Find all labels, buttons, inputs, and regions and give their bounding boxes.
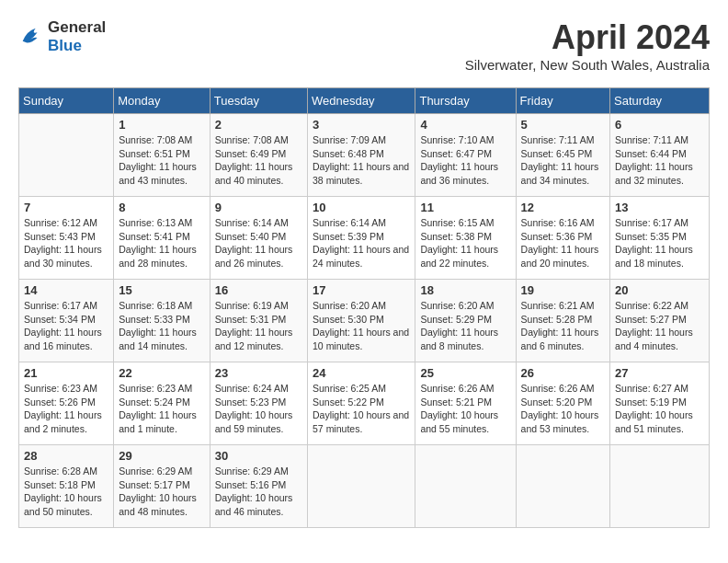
calendar-table: SundayMondayTuesdayWednesdayThursdayFrid… <box>18 87 710 528</box>
day-info: Sunrise: 7:11 AMSunset: 6:44 PMDaylight:… <box>615 133 704 188</box>
calendar-week-3: 14Sunrise: 6:17 AMSunset: 5:34 PMDayligh… <box>19 280 710 362</box>
day-info: Sunrise: 6:26 AMSunset: 5:20 PMDaylight:… <box>521 382 606 436</box>
day-number: 22 <box>119 366 204 380</box>
month-title: April 2024 <box>465 18 710 57</box>
day-number: 15 <box>119 283 204 297</box>
header-day-friday: Friday <box>516 88 610 114</box>
calendar-week-5: 28Sunrise: 6:28 AMSunset: 5:18 PMDayligh… <box>19 445 710 528</box>
day-info: Sunrise: 6:20 AMSunset: 5:30 PMDaylight:… <box>313 299 410 353</box>
day-number: 6 <box>615 118 704 132</box>
header-day-sunday: Sunday <box>19 88 114 114</box>
day-info: Sunrise: 6:23 AMSunset: 5:26 PMDaylight:… <box>24 382 108 436</box>
calendar-week-2: 7Sunrise: 6:12 AMSunset: 5:43 PMDaylight… <box>19 197 710 280</box>
calendar-week-1: 1Sunrise: 7:08 AMSunset: 6:51 PMDaylight… <box>19 114 710 197</box>
header-day-monday: Monday <box>114 88 210 114</box>
calendar-cell: 23Sunrise: 6:24 AMSunset: 5:23 PMDayligh… <box>210 362 307 445</box>
day-info: Sunrise: 7:08 AMSunset: 6:49 PMDaylight:… <box>215 133 302 188</box>
day-number: 28 <box>24 449 108 463</box>
calendar-cell: 15Sunrise: 6:18 AMSunset: 5:33 PMDayligh… <box>114 280 210 362</box>
day-number: 21 <box>24 366 108 380</box>
calendar-cell: 6Sunrise: 7:11 AMSunset: 6:44 PMDaylight… <box>610 114 710 197</box>
day-info: Sunrise: 6:28 AMSunset: 5:18 PMDaylight:… <box>24 465 108 519</box>
day-number: 29 <box>119 449 204 463</box>
day-number: 7 <box>24 201 108 214</box>
day-info: Sunrise: 6:13 AMSunset: 5:41 PMDaylight:… <box>119 216 204 270</box>
day-info: Sunrise: 6:14 AMSunset: 5:40 PMDaylight:… <box>215 216 302 270</box>
calendar-cell: 2Sunrise: 7:08 AMSunset: 6:49 PMDaylight… <box>210 114 307 197</box>
day-number: 18 <box>420 283 510 297</box>
header-day-thursday: Thursday <box>415 88 516 114</box>
calendar-cell: 4Sunrise: 7:10 AMSunset: 6:47 PMDaylight… <box>415 114 516 197</box>
calendar-cell: 28Sunrise: 6:28 AMSunset: 5:18 PMDayligh… <box>19 445 114 528</box>
day-number: 4 <box>420 118 510 132</box>
header-day-saturday: Saturday <box>610 88 710 114</box>
day-number: 5 <box>521 118 606 132</box>
calendar-cell: 8Sunrise: 6:13 AMSunset: 5:41 PMDaylight… <box>114 197 210 280</box>
day-info: Sunrise: 6:18 AMSunset: 5:33 PMDaylight:… <box>119 299 204 353</box>
day-info: Sunrise: 7:10 AMSunset: 6:47 PMDaylight:… <box>420 133 510 188</box>
location: Silverwater, New South Wales, Australia <box>465 57 710 73</box>
header-row: SundayMondayTuesdayWednesdayThursdayFrid… <box>19 88 710 114</box>
calendar-cell: 14Sunrise: 6:17 AMSunset: 5:34 PMDayligh… <box>19 280 114 362</box>
calendar-cell: 12Sunrise: 6:16 AMSunset: 5:36 PMDayligh… <box>516 197 610 280</box>
day-info: Sunrise: 6:19 AMSunset: 5:31 PMDaylight:… <box>215 299 302 353</box>
day-info: Sunrise: 6:17 AMSunset: 5:35 PMDaylight:… <box>615 216 704 270</box>
day-number: 24 <box>313 366 410 380</box>
calendar-cell: 9Sunrise: 6:14 AMSunset: 5:40 PMDaylight… <box>210 197 307 280</box>
calendar-cell: 27Sunrise: 6:27 AMSunset: 5:19 PMDayligh… <box>610 362 710 445</box>
day-number: 8 <box>119 201 204 214</box>
day-info: Sunrise: 6:26 AMSunset: 5:21 PMDaylight:… <box>420 382 510 436</box>
day-number: 1 <box>119 118 204 132</box>
day-number: 16 <box>215 283 302 297</box>
calendar-cell: 1Sunrise: 7:08 AMSunset: 6:51 PMDaylight… <box>114 114 210 197</box>
day-info: Sunrise: 6:15 AMSunset: 5:38 PMDaylight:… <box>420 216 510 270</box>
day-number: 19 <box>521 283 606 297</box>
day-number: 11 <box>420 201 510 214</box>
calendar-cell: 25Sunrise: 6:26 AMSunset: 5:21 PMDayligh… <box>415 362 516 445</box>
calendar-cell: 17Sunrise: 6:20 AMSunset: 5:30 PMDayligh… <box>308 280 415 362</box>
calendar-cell: 13Sunrise: 6:17 AMSunset: 5:35 PMDayligh… <box>610 197 710 280</box>
calendar-cell: 11Sunrise: 6:15 AMSunset: 5:38 PMDayligh… <box>415 197 516 280</box>
day-number: 25 <box>420 366 510 380</box>
calendar-cell: 5Sunrise: 7:11 AMSunset: 6:45 PMDaylight… <box>516 114 610 197</box>
day-number: 23 <box>215 366 302 380</box>
day-number: 17 <box>313 283 410 297</box>
calendar-cell <box>308 445 415 528</box>
day-number: 14 <box>24 283 108 297</box>
day-info: Sunrise: 6:21 AMSunset: 5:28 PMDaylight:… <box>521 299 606 353</box>
day-info: Sunrise: 6:27 AMSunset: 5:19 PMDaylight:… <box>615 382 704 436</box>
calendar-cell: 26Sunrise: 6:26 AMSunset: 5:20 PMDayligh… <box>516 362 610 445</box>
day-info: Sunrise: 7:09 AMSunset: 6:48 PMDaylight:… <box>313 133 410 188</box>
logo-icon <box>18 24 44 50</box>
calendar-cell: 16Sunrise: 6:19 AMSunset: 5:31 PMDayligh… <box>210 280 307 362</box>
day-info: Sunrise: 6:24 AMSunset: 5:23 PMDaylight:… <box>215 382 302 436</box>
day-number: 20 <box>615 283 704 297</box>
calendar-week-4: 21Sunrise: 6:23 AMSunset: 5:26 PMDayligh… <box>19 362 710 445</box>
calendar-cell: 21Sunrise: 6:23 AMSunset: 5:26 PMDayligh… <box>19 362 114 445</box>
calendar-cell: 29Sunrise: 6:29 AMSunset: 5:17 PMDayligh… <box>114 445 210 528</box>
day-info: Sunrise: 6:14 AMSunset: 5:39 PMDaylight:… <box>313 216 410 270</box>
page-header: General Blue April 2024 Silverwater, New… <box>18 18 710 73</box>
header-day-wednesday: Wednesday <box>308 88 415 114</box>
day-number: 13 <box>615 201 704 214</box>
day-info: Sunrise: 7:11 AMSunset: 6:45 PMDaylight:… <box>521 133 606 188</box>
logo: General Blue <box>18 18 106 55</box>
day-info: Sunrise: 6:16 AMSunset: 5:36 PMDaylight:… <box>521 216 606 270</box>
day-info: Sunrise: 6:25 AMSunset: 5:22 PMDaylight:… <box>313 382 410 436</box>
calendar-cell: 24Sunrise: 6:25 AMSunset: 5:22 PMDayligh… <box>308 362 415 445</box>
day-info: Sunrise: 6:29 AMSunset: 5:17 PMDaylight:… <box>119 465 204 519</box>
day-number: 30 <box>215 449 302 463</box>
calendar-cell: 18Sunrise: 6:20 AMSunset: 5:29 PMDayligh… <box>415 280 516 362</box>
day-number: 3 <box>313 118 410 132</box>
day-number: 2 <box>215 118 302 132</box>
calendar-cell <box>516 445 610 528</box>
day-info: Sunrise: 6:17 AMSunset: 5:34 PMDaylight:… <box>24 299 108 353</box>
day-number: 9 <box>215 201 302 214</box>
logo-text: General Blue <box>48 18 106 55</box>
day-info: Sunrise: 6:20 AMSunset: 5:29 PMDaylight:… <box>420 299 510 353</box>
day-number: 27 <box>615 366 704 380</box>
calendar-cell: 3Sunrise: 7:09 AMSunset: 6:48 PMDaylight… <box>308 114 415 197</box>
calendar-cell: 10Sunrise: 6:14 AMSunset: 5:39 PMDayligh… <box>308 197 415 280</box>
calendar-cell: 7Sunrise: 6:12 AMSunset: 5:43 PMDaylight… <box>19 197 114 280</box>
calendar-cell: 19Sunrise: 6:21 AMSunset: 5:28 PMDayligh… <box>516 280 610 362</box>
